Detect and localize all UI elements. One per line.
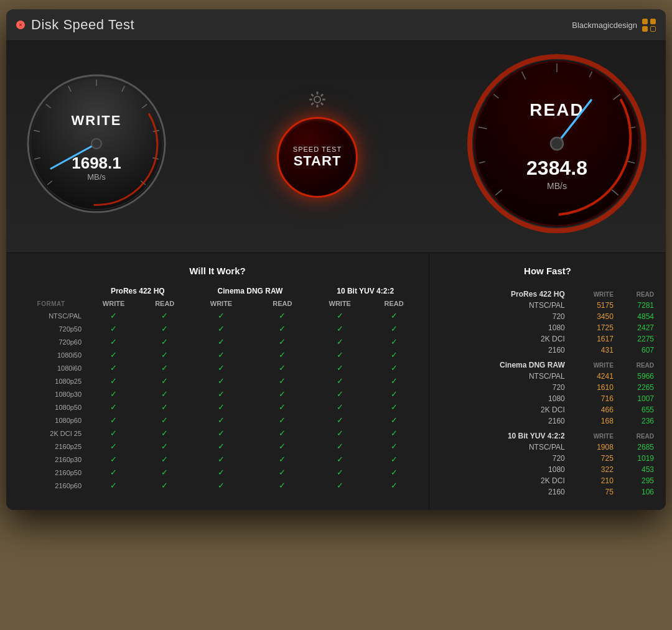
check-icon: ✓	[110, 402, 117, 412]
check-cell: ✓	[141, 348, 189, 361]
hf-data-row: NTSC/PAL51757281	[439, 300, 656, 311]
check-cell: ✓	[141, 322, 189, 335]
hf-row-label: 1080	[439, 464, 571, 475]
hf-read-header: READ	[616, 285, 656, 300]
hf-write-value: 168	[571, 415, 616, 427]
svg-text:MB/s: MB/s	[547, 181, 567, 191]
check-cell: ✓	[254, 414, 312, 427]
hf-data-row: 2160168236	[439, 415, 656, 427]
check-icon: ✓	[279, 311, 286, 320]
check-icon: ✓	[337, 428, 343, 438]
read-gauge-container: READ 2384.8 MB/s	[467, 53, 647, 234]
hf-read-value: 655	[616, 404, 656, 415]
hf-group-name: ProRes 422 HQ	[439, 285, 571, 300]
check-icon: ✓	[161, 389, 168, 399]
brand-dot-4	[650, 26, 656, 32]
check-cell: ✓	[311, 335, 368, 348]
check-cell: ✓	[254, 348, 312, 361]
hf-write-value: 716	[571, 393, 616, 404]
start-button[interactable]: SPEED TEST START	[277, 117, 358, 198]
check-icon: ✓	[279, 468, 286, 477]
hf-data-row: 2160431607	[439, 345, 656, 356]
hf-row-label: 1080	[439, 393, 571, 404]
hf-row-label: 2K DCI	[439, 404, 571, 415]
check-icon: ✓	[161, 442, 168, 451]
format-label: 2K DCI 25	[16, 427, 86, 440]
check-cell: ✓	[86, 401, 141, 414]
check-icon: ✓	[161, 324, 168, 333]
check-cell: ✓	[141, 361, 189, 374]
hf-write-value: 725	[571, 453, 616, 464]
hf-row-label: 2K DCI	[439, 333, 571, 345]
check-icon: ✓	[337, 311, 343, 320]
check-icon: ✓	[337, 415, 343, 425]
check-cell: ✓	[189, 440, 253, 453]
data-section: Will It Work? ProRes 422 HQ Cinema DNG R…	[6, 252, 666, 510]
check-icon: ✓	[218, 389, 225, 399]
check-cell: ✓	[189, 335, 253, 348]
table-row: 1080i60✓✓✓✓✓✓	[16, 361, 419, 374]
hf-group-row: Cinema DNG RAWWRITEREAD	[439, 356, 656, 371]
check-cell: ✓	[254, 440, 312, 453]
format-label: 2160p30	[16, 453, 86, 466]
check-icon: ✓	[391, 311, 398, 320]
check-icon: ✓	[161, 481, 168, 490]
hf-data-row: 10807161007	[439, 393, 656, 404]
check-cell: ✓	[189, 401, 253, 414]
hf-group-name: Cinema DNG RAW	[439, 356, 571, 371]
check-cell: ✓	[189, 322, 253, 335]
brand-logo: Blackmagicdesign	[572, 19, 656, 32]
hf-read-value: 1007	[616, 393, 656, 404]
table-row: 1080i50✓✓✓✓✓✓	[16, 348, 419, 361]
check-icon: ✓	[337, 402, 343, 412]
check-cell: ✓	[86, 453, 141, 466]
check-cell: ✓	[141, 401, 189, 414]
check-icon: ✓	[218, 455, 225, 464]
check-icon: ✓	[337, 442, 343, 451]
check-cell: ✓	[368, 387, 419, 401]
hf-read-value: 453	[616, 464, 656, 475]
check-cell: ✓	[86, 414, 141, 427]
prores-header: ProRes 422 HQ	[86, 285, 189, 298]
check-icon: ✓	[279, 337, 286, 346]
check-icon: ✓	[161, 311, 168, 320]
check-cell: ✓	[141, 453, 189, 466]
check-icon: ✓	[218, 468, 225, 477]
svg-text:READ: READ	[530, 100, 584, 119]
hf-data-row: 72034504854	[439, 311, 656, 322]
hf-group-name: 10 Bit YUV 4:2:2	[439, 427, 571, 442]
hf-write-value: 75	[571, 486, 616, 498]
check-icon: ✓	[161, 363, 168, 373]
hf-row-label: 2160	[439, 345, 571, 356]
close-button[interactable]: ×	[16, 21, 25, 29]
format-label: 1080i60	[16, 361, 86, 374]
check-icon: ✓	[110, 468, 117, 477]
hf-write-header: WRITE	[571, 356, 616, 371]
check-cell: ✓	[86, 348, 141, 361]
table-row: 2160p25✓✓✓✓✓✓	[16, 440, 419, 453]
check-cell: ✓	[189, 479, 253, 492]
check-cell: ✓	[254, 387, 312, 401]
format-col-header: FORMAT	[16, 298, 86, 309]
yuv-write-header: WRITE	[311, 298, 368, 309]
check-cell: ✓	[189, 387, 253, 401]
check-icon: ✓	[391, 389, 398, 399]
check-icon: ✓	[218, 415, 225, 425]
hf-write-value: 466	[571, 404, 616, 415]
hf-write-value: 1908	[571, 442, 616, 453]
check-cell: ✓	[311, 322, 368, 335]
will-it-work-table: ProRes 422 HQ Cinema DNG RAW 10 Bit YUV …	[16, 285, 419, 492]
check-icon: ✓	[391, 428, 398, 438]
check-icon: ✓	[218, 481, 225, 490]
check-icon: ✓	[279, 481, 286, 490]
app-title: Disk Speed Test	[31, 17, 134, 33]
check-cell: ✓	[311, 414, 368, 427]
check-cell: ✓	[368, 309, 419, 322]
check-cell: ✓	[368, 322, 419, 335]
check-cell: ✓	[86, 335, 141, 348]
check-icon: ✓	[337, 376, 343, 386]
check-icon: ✓	[337, 337, 343, 346]
table-row: 2160p50✓✓✓✓✓✓	[16, 466, 419, 479]
check-cell: ✓	[311, 387, 368, 401]
settings-icon[interactable]	[307, 90, 327, 109]
